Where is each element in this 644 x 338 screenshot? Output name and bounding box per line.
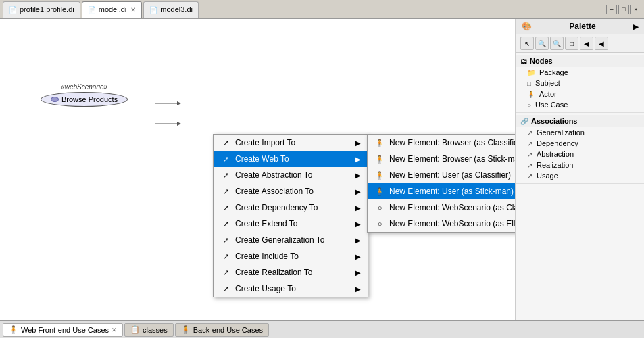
minimize-button[interactable]: – bbox=[606, 5, 617, 14]
create-web-icon: ↗ bbox=[220, 153, 231, 164]
zoom-in-button[interactable]: 🔍 bbox=[550, 37, 564, 50]
palette-section-assoc-header[interactable]: 🔗 Associations bbox=[516, 115, 644, 127]
bottom-tab-backend[interactable]: 🧍 Back-end Use Cases bbox=[175, 323, 269, 337]
abstraction-label: Abstraction bbox=[537, 150, 574, 158]
menu-item-create-generalization[interactable]: ↗ Create Generalization To ▶ bbox=[214, 232, 368, 248]
maximize-button[interactable]: □ bbox=[618, 5, 629, 14]
zoom-out-button[interactable]: 🔍 bbox=[535, 37, 549, 50]
submenu-arrow-9: ▶ bbox=[355, 285, 361, 293]
submenu-webscenario-classifier[interactable]: ○ New Element: WebScenario (as Classifie… bbox=[368, 199, 516, 216]
webscenario-ellipse-label: New Element: WebScenario (as Ellipse) bbox=[389, 219, 516, 228]
tab-classes-icon: 📋 bbox=[130, 325, 140, 334]
create-association-icon: ↗ bbox=[220, 186, 231, 197]
browser-classifier-label: New Element: Browser (as Classifier) bbox=[389, 138, 516, 147]
package-icon: 📁 bbox=[527, 69, 535, 76]
create-abstraction-icon: ↗ bbox=[220, 170, 231, 180]
tab-model[interactable]: 📄 model.di ✕ bbox=[82, 1, 143, 18]
bottom-tabs: 🧍 Web Front-end Use Cases ✕ 📋 classes 🧍 … bbox=[0, 320, 644, 338]
use-case-oval[interactable]: Browse Products bbox=[41, 92, 128, 107]
nodes-section-label: Nodes bbox=[530, 57, 553, 65]
menu-item-create-usage[interactable]: ↗ Create Usage To ▶ bbox=[214, 281, 368, 297]
submenu-arrow-3: ▶ bbox=[355, 188, 361, 195]
tab-model3[interactable]: 📄 model3.di bbox=[143, 1, 199, 18]
submenu-arrow-8: ▶ bbox=[355, 269, 361, 276]
menu-item-create-include[interactable]: ↗ Create Include To ▶ bbox=[214, 248, 368, 264]
abstraction-icon: ↗ bbox=[527, 151, 532, 158]
next-button[interactable]: ◀ bbox=[595, 37, 608, 50]
palette-section-nodes-header[interactable]: 🗂 Nodes bbox=[516, 55, 644, 67]
actor-label: Actor bbox=[539, 90, 557, 98]
create-realization-icon: ↗ bbox=[220, 267, 231, 278]
menu-item-create-realization[interactable]: ↗ Create Realization To ▶ bbox=[214, 264, 368, 281]
menu-item-create-association[interactable]: ↗ Create Association To ▶ bbox=[214, 183, 368, 199]
use-case-icon bbox=[51, 97, 59, 102]
assoc-section-label: Associations bbox=[531, 117, 577, 125]
create-web-label: Create Web To bbox=[235, 154, 289, 164]
create-realization-label: Create Realization To bbox=[235, 268, 313, 277]
tab-label-model3: model3.di bbox=[160, 5, 193, 14]
palette-item-dependency[interactable]: ↗ Dependency bbox=[516, 138, 644, 149]
tab-classes-label: classes bbox=[143, 326, 168, 334]
close-button[interactable]: × bbox=[630, 5, 641, 14]
menu-item-create-web[interactable]: ↗ Create Web To ▶ bbox=[214, 151, 368, 167]
palette-item-abstraction[interactable]: ↗ Abstraction bbox=[516, 149, 644, 160]
palette-expand-icon[interactable]: ▶ bbox=[633, 23, 639, 30]
browser-stickman-label: New Element: Browser (as Stick-man) bbox=[389, 154, 516, 164]
dependency-icon: ↗ bbox=[527, 140, 532, 147]
palette-item-package[interactable]: 📁 Package bbox=[516, 67, 644, 78]
palette-item-realization[interactable]: ↗ Realization bbox=[516, 160, 644, 170]
tab-backend-icon: 🧍 bbox=[181, 325, 191, 334]
submenu-arrow-7: ▶ bbox=[355, 253, 361, 260]
browser-stickman-icon: 🧍 bbox=[374, 153, 385, 164]
package-label: Package bbox=[539, 68, 568, 76]
tab-web-frontend-close[interactable]: ✕ bbox=[112, 327, 117, 333]
main-layout: «webScenario» Browse Products ↗ Create I… bbox=[0, 19, 644, 320]
user-stickman-icon: 🧍 bbox=[374, 186, 385, 197]
palette-item-usecase[interactable]: ○ Use Case bbox=[516, 99, 644, 110]
tab-profile1[interactable]: 📄 profile1.profile.di bbox=[3, 1, 80, 18]
select-tool-button[interactable]: ↖ bbox=[520, 37, 534, 50]
palette-section-nodes: 🗂 Nodes 📁 Package □ Subject 🧍 Actor ○ bbox=[516, 53, 644, 113]
tab-close-model[interactable]: ✕ bbox=[130, 6, 136, 14]
create-extend-label: Create Extend To bbox=[235, 219, 298, 228]
submenu-create-web: 🧍 New Element: Browser (as Classifier) 🧍… bbox=[367, 134, 516, 233]
user-classifier-label: New Element: User (as Classifier) bbox=[389, 170, 511, 180]
menu-item-create-extend[interactable]: ↗ Create Extend To ▶ bbox=[214, 216, 368, 232]
submenu-browser-classifier[interactable]: 🧍 New Element: Browser (as Classifier) bbox=[368, 135, 516, 151]
palette-toolbar: ↖ 🔍 🔍 □ ◀ ◀ bbox=[516, 34, 644, 53]
submenu-arrow-6: ▶ bbox=[355, 237, 361, 244]
assoc-section-icon: 🔗 bbox=[520, 118, 528, 125]
bottom-tab-web-frontend[interactable]: 🧍 Web Front-end Use Cases ✕ bbox=[3, 323, 123, 337]
submenu-browser-stickman[interactable]: 🧍 New Element: Browser (as Stick-man) bbox=[368, 151, 516, 167]
menu-item-create-dependency[interactable]: ↗ Create Dependency To ▶ bbox=[214, 199, 368, 216]
palette-item-generalization[interactable]: ↗ Generalization bbox=[516, 127, 644, 138]
palette-item-usage[interactable]: ↗ Usage bbox=[516, 170, 644, 181]
bottom-tab-classes[interactable]: 📋 classes bbox=[124, 323, 174, 337]
submenu-webscenario-ellipse[interactable]: ○ New Element: WebScenario (as Ellipse) bbox=[368, 216, 516, 232]
submenu-user-stickman[interactable]: 🧍 New Element: User (as Stick-man) bbox=[368, 183, 516, 199]
menu-item-create-import[interactable]: ↗ Create Import To ▶ bbox=[214, 135, 368, 151]
palette-item-subject[interactable]: □ Subject bbox=[516, 78, 644, 89]
dependency-label: Dependency bbox=[537, 139, 578, 147]
actor-icon: 🧍 bbox=[527, 91, 535, 98]
stereotype-label: «webScenario» bbox=[41, 83, 128, 91]
webscenario-classifier-icon: ○ bbox=[374, 202, 385, 213]
create-include-icon: ↗ bbox=[220, 251, 231, 262]
diagram-element: «webScenario» Browse Products bbox=[41, 83, 128, 107]
subject-icon: □ bbox=[527, 80, 531, 87]
prev-button[interactable]: ◀ bbox=[580, 37, 593, 50]
create-abstraction-label: Create Abstraction To bbox=[235, 170, 313, 180]
menu-item-create-abstraction[interactable]: ↗ Create Abstraction To ▶ bbox=[214, 167, 368, 183]
webscenario-classifier-label: New Element: WebScenario (as Classifier) bbox=[389, 203, 516, 212]
create-association-label: Create Association To bbox=[235, 187, 314, 196]
create-generalization-label: Create Generalization To bbox=[235, 235, 325, 245]
palette-item-actor[interactable]: 🧍 Actor bbox=[516, 89, 644, 99]
subject-label: Subject bbox=[535, 79, 560, 87]
tab-label-model: model.di bbox=[99, 5, 127, 14]
submenu-user-classifier[interactable]: 🧍 New Element: User (as Classifier) bbox=[368, 167, 516, 183]
fit-button[interactable]: □ bbox=[565, 37, 578, 50]
create-usage-label: Create Usage To bbox=[235, 284, 296, 293]
tab-icon-model3: 📄 bbox=[149, 6, 157, 14]
tab-backend-label: Back-end Use Cases bbox=[193, 326, 263, 334]
canvas-area[interactable]: «webScenario» Browse Products ↗ Create I… bbox=[0, 19, 516, 320]
